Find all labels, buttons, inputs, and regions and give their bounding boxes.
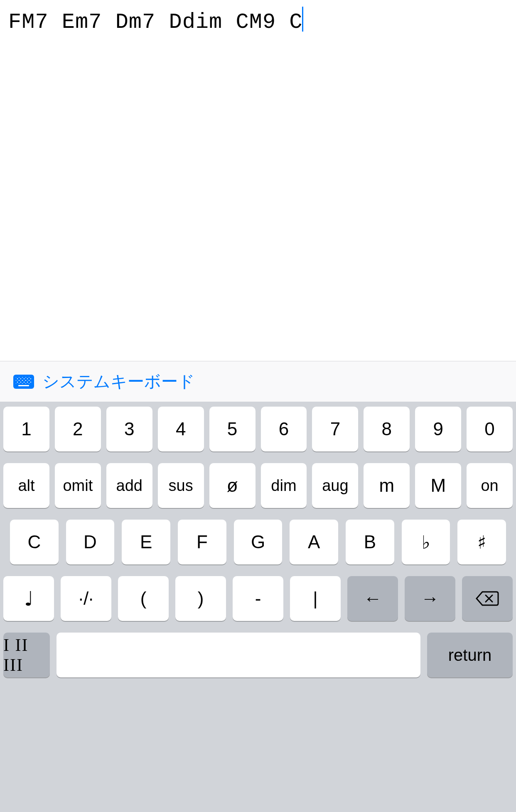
key-mode-switch[interactable]: I II III (3, 633, 50, 677)
key-return[interactable]: return (427, 633, 513, 677)
key-half-diminished[interactable]: ø (209, 463, 256, 508)
key-8[interactable]: 8 (364, 407, 410, 451)
modifier-row: alt omit add sus ø dim aug m M on (3, 463, 513, 508)
key-6[interactable]: 6 (261, 407, 307, 451)
editor-area[interactable]: FM7 Em7 Dm7 Ddim CM9 C (0, 0, 516, 361)
key-sharp[interactable]: ♯ (457, 520, 506, 564)
key-arrow-right[interactable]: → (405, 576, 455, 621)
number-row: 1 2 3 4 5 6 7 8 9 0 (3, 407, 513, 451)
key-e[interactable]: E (122, 520, 170, 564)
key-7[interactable]: 7 (312, 407, 358, 451)
key-sus[interactable]: sus (158, 463, 204, 508)
note-row: C D E F G A B ♭ ♯ (3, 520, 513, 564)
key-alt[interactable]: alt (3, 463, 49, 508)
key-g[interactable]: G (234, 520, 283, 564)
bottom-row: I II III return (3, 633, 513, 677)
key-minor[interactable]: m (364, 463, 410, 508)
keyboard-icon[interactable] (13, 375, 34, 389)
key-3[interactable]: 3 (106, 407, 152, 451)
key-f[interactable]: F (178, 520, 226, 564)
key-9[interactable]: 9 (415, 407, 461, 451)
custom-keyboard: 1 2 3 4 5 6 7 8 9 0 alt omit add sus ø d… (0, 402, 516, 812)
key-add[interactable]: add (106, 463, 152, 508)
key-on[interactable]: on (467, 463, 513, 508)
key-paren-close[interactable]: ) (175, 576, 226, 621)
key-omit[interactable]: omit (55, 463, 101, 508)
key-d[interactable]: D (66, 520, 115, 564)
key-a[interactable]: A (290, 520, 338, 564)
backspace-icon (476, 590, 499, 607)
key-spacebar[interactable] (57, 633, 420, 677)
text-cursor (302, 7, 303, 32)
key-2[interactable]: 2 (55, 407, 101, 451)
key-quarter-note[interactable]: ♩ (3, 576, 54, 621)
key-bar[interactable]: | (290, 576, 341, 621)
symbol-row: ♩ ·/· ( ) - | ← → (3, 576, 513, 621)
editor-text: FM7 Em7 Dm7 Ddim CM9 C (8, 10, 303, 34)
key-flat[interactable]: ♭ (402, 520, 450, 564)
key-4[interactable]: 4 (158, 407, 204, 451)
key-backspace[interactable] (462, 576, 513, 621)
switch-keyboard-button[interactable]: システムキーボード (42, 370, 195, 393)
key-arrow-left[interactable]: ← (347, 576, 398, 621)
key-1[interactable]: 1 (3, 407, 49, 451)
key-aug[interactable]: aug (312, 463, 358, 508)
key-dim[interactable]: dim (261, 463, 307, 508)
key-b[interactable]: B (346, 520, 394, 564)
key-0[interactable]: 0 (467, 407, 513, 451)
keyboard-toolbar: システムキーボード (0, 361, 516, 402)
key-dash[interactable]: - (233, 576, 283, 621)
key-5[interactable]: 5 (209, 407, 256, 451)
key-paren-open[interactable]: ( (118, 576, 169, 621)
key-c[interactable]: C (10, 520, 59, 564)
key-repeat[interactable]: ·/· (61, 576, 111, 621)
key-major[interactable]: M (415, 463, 461, 508)
